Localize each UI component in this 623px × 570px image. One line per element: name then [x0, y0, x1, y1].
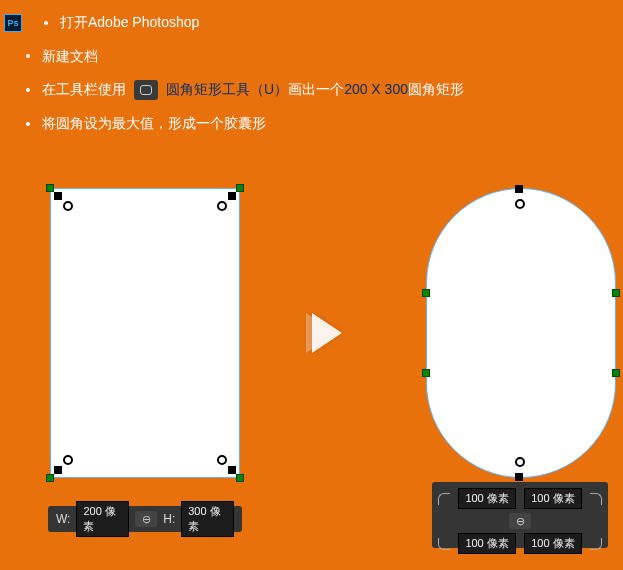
bullet-icon: [26, 54, 30, 58]
radius-br-input[interactable]: 100 像素: [524, 533, 581, 554]
corner-radius-handle[interactable]: [63, 455, 73, 465]
radius-tl-input[interactable]: 100 像素: [458, 488, 515, 509]
radius-bl-input[interactable]: 100 像素: [458, 533, 515, 554]
anchor-point[interactable]: [228, 466, 236, 474]
transform-handle-tl[interactable]: [46, 184, 54, 192]
rounded-rectangle-shape[interactable]: [50, 188, 240, 478]
tool-name-highlight: 圆角矩形工具（U）: [166, 80, 288, 100]
bullet-text: 画出一个: [288, 80, 344, 100]
instruction-new-doc: 新建文档: [14, 47, 609, 67]
radius-row-top: 100 像素 100 像素: [438, 488, 602, 509]
transform-handle-l[interactable]: [422, 289, 430, 297]
height-input[interactable]: 300 像素: [181, 501, 234, 537]
bullet-icon: [26, 122, 30, 126]
radius-tr-input[interactable]: 100 像素: [524, 488, 581, 509]
rounded-rect-tool-icon: [134, 80, 158, 100]
photoshop-app-icon: Ps: [4, 14, 22, 32]
anchor-point[interactable]: [54, 466, 62, 474]
corner-radius-handle[interactable]: [217, 455, 227, 465]
bullet-icon: [26, 88, 30, 92]
link-dimensions-icon[interactable]: ⊖: [135, 511, 157, 527]
anchor-point-top[interactable]: [515, 185, 523, 193]
corner-radius-handle[interactable]: [515, 457, 525, 467]
bullet-text: 打开Adobe Photoshop: [60, 13, 199, 33]
corner-br-icon: [590, 538, 602, 550]
anchor-point[interactable]: [54, 192, 62, 200]
corner-radius-handle[interactable]: [63, 201, 73, 211]
capsule-shape[interactable]: [426, 188, 616, 478]
corner-radius-handle[interactable]: [217, 201, 227, 211]
bullet-icon: [44, 21, 48, 25]
bullet-text: 圆角矩形: [408, 80, 464, 100]
transform-handle-l2[interactable]: [422, 369, 430, 377]
corner-radius-handle[interactable]: [515, 199, 525, 209]
link-radius-icon[interactable]: ⊖: [509, 513, 531, 529]
bullet-text: 新建文档: [42, 47, 98, 67]
corner-tl-icon: [438, 493, 450, 505]
transform-handle-bl[interactable]: [46, 474, 54, 482]
radius-row-link: ⊖: [438, 513, 602, 529]
width-input[interactable]: 200 像素: [76, 501, 129, 537]
height-label: H:: [163, 512, 175, 526]
anchor-point-bottom[interactable]: [515, 473, 523, 481]
size-highlight: 200 X 300: [344, 80, 408, 100]
transform-handle-r2[interactable]: [612, 369, 620, 377]
anchor-point[interactable]: [228, 192, 236, 200]
arrow-right-icon: [312, 313, 342, 353]
illustration-area: W: 200 像素 ⊖ H: 300 像素 100 像素 100 像素 ⊖ 10…: [0, 180, 623, 570]
bullet-text: 将圆角设为最大值，形成一个胶囊形: [42, 114, 266, 134]
dimensions-panel: W: 200 像素 ⊖ H: 300 像素: [48, 506, 242, 532]
instruction-open-ps: Ps 打开Adobe Photoshop: [14, 13, 609, 33]
radius-row-bottom: 100 像素 100 像素: [438, 533, 602, 554]
transform-handle-br[interactable]: [236, 474, 244, 482]
instruction-max-radius: 将圆角设为最大值，形成一个胶囊形: [14, 114, 609, 134]
bullet-text: 在工具栏使用: [42, 80, 126, 100]
corner-bl-icon: [438, 538, 450, 550]
corner-radius-panel: 100 像素 100 像素 ⊖ 100 像素 100 像素: [432, 482, 608, 548]
corner-tr-icon: [590, 493, 602, 505]
width-label: W:: [56, 512, 70, 526]
transform-handle-tr[interactable]: [236, 184, 244, 192]
transform-handle-r[interactable]: [612, 289, 620, 297]
instruction-use-tool: 在工具栏使用 圆角矩形工具（U） 画出一个 200 X 300 圆角矩形: [14, 80, 609, 100]
